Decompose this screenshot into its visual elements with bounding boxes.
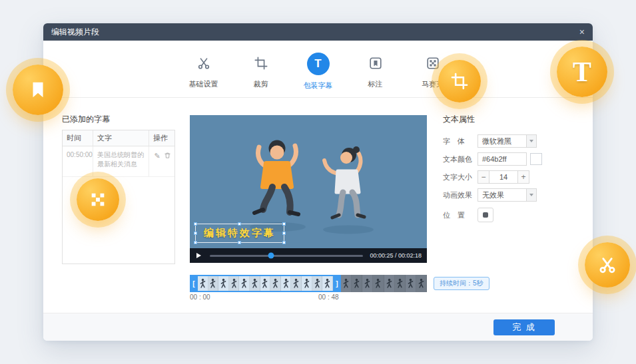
size-decrease-button[interactable]: − bbox=[477, 170, 489, 184]
color-label: 文本颜色 bbox=[443, 154, 477, 164]
trim-handle-right[interactable]: ] bbox=[333, 275, 341, 292]
crop-icon bbox=[438, 60, 481, 102]
position-dot-icon bbox=[483, 212, 488, 218]
col-ops: 操作 bbox=[149, 130, 174, 146]
progress-track[interactable] bbox=[210, 255, 363, 257]
timeline-start: 00 : 00 bbox=[190, 293, 210, 301]
text-properties-panel: 文本属性 字 体 微软雅黑 文本颜色 #64b2ff 文字大小 − 14 + 动… bbox=[443, 114, 583, 226]
color-row: 文本颜色 #64b2ff bbox=[443, 152, 583, 166]
timeline-rest-frames[interactable] bbox=[341, 275, 427, 292]
font-row: 字 体 微软雅黑 bbox=[443, 134, 583, 148]
film-frame bbox=[341, 275, 352, 292]
col-time: 时间 bbox=[63, 130, 93, 146]
resize-handle[interactable] bbox=[238, 241, 241, 244]
mosaic-icon bbox=[77, 178, 119, 221]
film-frame bbox=[250, 276, 260, 291]
player-bar: 00:00:25 / 00:02:18 bbox=[190, 248, 427, 263]
done-button[interactable]: 完 成 bbox=[493, 319, 555, 335]
film-frame bbox=[384, 275, 395, 292]
delete-icon[interactable] bbox=[164, 152, 171, 162]
size-increase-button[interactable]: + bbox=[517, 170, 529, 184]
tab-crop[interactable]: 裁剪 bbox=[240, 53, 282, 97]
tab-label: 包装字幕 bbox=[304, 81, 333, 91]
timeline-selected-frames[interactable] bbox=[198, 275, 333, 292]
subtitle-overlay[interactable]: 编辑特效字幕 bbox=[195, 224, 284, 243]
toolbar: 基础设置 裁剪 T 包装字幕 标注 bbox=[43, 41, 593, 98]
film-frame bbox=[270, 276, 281, 291]
film-frame bbox=[302, 276, 312, 291]
resize-handle[interactable] bbox=[238, 222, 241, 226]
tab-annotation[interactable]: 标注 bbox=[355, 53, 396, 97]
dialog-title: 编辑视频片段 bbox=[51, 27, 99, 38]
tab-subtitle[interactable]: T 包装字幕 bbox=[298, 53, 339, 97]
resize-handle[interactable] bbox=[194, 222, 197, 226]
scissors-icon bbox=[193, 53, 214, 74]
color-input[interactable]: #64b2ff bbox=[477, 152, 527, 166]
crop-icon bbox=[250, 53, 272, 74]
film-frame bbox=[208, 276, 219, 291]
resize-handle[interactable] bbox=[194, 241, 197, 244]
film-frame bbox=[373, 275, 384, 292]
chevron-down-icon[interactable] bbox=[527, 134, 537, 148]
chevron-down-icon[interactable] bbox=[527, 188, 537, 202]
subtitle-row[interactable]: 00:50:00 美国总统朗普的最新相关消息 ✎ bbox=[63, 146, 174, 177]
font-select[interactable]: 微软雅黑 bbox=[477, 134, 527, 148]
resize-handle[interactable] bbox=[282, 232, 286, 235]
size-value: 14 bbox=[489, 170, 517, 184]
tab-basic-settings[interactable]: 基础设置 bbox=[183, 53, 224, 97]
resize-handle[interactable] bbox=[194, 232, 197, 235]
animation-label: 动画效果 bbox=[443, 190, 477, 200]
timeline: [ ] bbox=[190, 275, 427, 292]
film-frame bbox=[416, 275, 427, 292]
bookmark-icon bbox=[13, 65, 63, 115]
text-icon: T bbox=[557, 47, 607, 97]
film-frame bbox=[322, 276, 333, 291]
properties-heading: 文本属性 bbox=[443, 114, 583, 125]
resize-handle[interactable] bbox=[282, 222, 286, 226]
subtitle-overlay-text: 编辑特效字幕 bbox=[204, 227, 276, 238]
film-frame bbox=[406, 275, 416, 292]
film-frame bbox=[362, 275, 373, 292]
color-swatch[interactable] bbox=[530, 153, 542, 165]
film-frame bbox=[198, 276, 208, 291]
dialog-footer: 完 成 bbox=[43, 313, 593, 341]
duration-badge: 持续时间：5秒 bbox=[434, 277, 489, 290]
subtitle-table-header: 时间 文字 操作 bbox=[63, 130, 174, 146]
progress-thumb[interactable] bbox=[268, 253, 274, 259]
timeline-times: 00 : 00 00 : 48 bbox=[190, 293, 427, 303]
size-row: 文字大小 − 14 + bbox=[443, 170, 583, 184]
col-text: 文字 bbox=[93, 130, 149, 146]
trim-handle-left[interactable]: [ bbox=[190, 275, 198, 292]
font-label: 字 体 bbox=[443, 136, 477, 146]
film-frame bbox=[291, 276, 302, 291]
tab-label: 基础设置 bbox=[189, 79, 218, 89]
text-icon: T bbox=[307, 53, 330, 75]
play-icon[interactable] bbox=[190, 253, 207, 258]
position-label: 位 置 bbox=[443, 210, 477, 220]
animation-row: 动画效果 无效果 bbox=[443, 188, 583, 202]
position-row: 位 置 bbox=[443, 208, 583, 222]
bookmark-icon bbox=[365, 53, 386, 74]
timeline-mark: 00 : 48 bbox=[318, 293, 339, 301]
film-frame bbox=[312, 276, 323, 291]
subtitle-time: 00:50:00 bbox=[63, 146, 93, 176]
subtitle-text: 美国总统朗普的最新相关消息 bbox=[93, 146, 149, 176]
video-preview: 编辑特效字幕 00:00:25 / 00:02:18 bbox=[190, 115, 427, 263]
size-label: 文字大小 bbox=[443, 172, 477, 182]
animation-select[interactable]: 无效果 bbox=[477, 188, 527, 202]
film-frame bbox=[260, 276, 271, 291]
scissors-icon bbox=[585, 242, 630, 287]
film-frame bbox=[281, 276, 292, 291]
film-frame bbox=[218, 276, 229, 291]
resize-handle[interactable] bbox=[282, 241, 286, 244]
close-icon[interactable]: × bbox=[579, 27, 585, 37]
tab-label: 裁剪 bbox=[254, 79, 268, 89]
film-frame bbox=[395, 275, 406, 292]
film-frame bbox=[229, 276, 240, 291]
video-stage[interactable]: 编辑特效字幕 bbox=[190, 115, 427, 248]
dialog-titlebar: 编辑视频片段 × bbox=[43, 23, 593, 41]
edit-icon[interactable]: ✎ bbox=[154, 152, 160, 162]
player-time: 00:00:25 / 00:02:18 bbox=[370, 252, 422, 259]
film-frame bbox=[239, 276, 250, 291]
position-button[interactable] bbox=[477, 208, 493, 222]
